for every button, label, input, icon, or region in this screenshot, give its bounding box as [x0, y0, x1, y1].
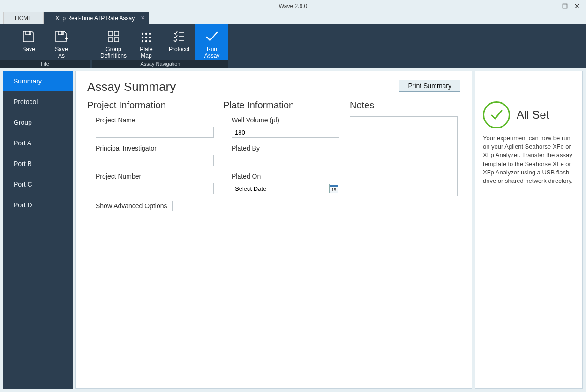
all-set-title: All Set [517, 108, 549, 121]
ribbon-spacer [231, 24, 586, 68]
group-definitions-button[interactable]: Group Definitions [97, 24, 130, 60]
titlebar: Wave 2.6.0 [0, 0, 586, 12]
all-set-check-icon [483, 101, 510, 128]
all-set-body: Your experiment can now be run on your A… [483, 134, 575, 185]
run-assay-label2: Assay [204, 53, 220, 60]
plated-on-label: Plated On [232, 173, 340, 180]
window-title: Wave 2.6.0 [0, 3, 586, 9]
page-title: Assay Summary [87, 80, 176, 94]
ribbon: Save Save As File [0, 24, 586, 68]
minimize-button[interactable] [549, 2, 556, 10]
sidebar-item-port-b[interactable]: Port B [3, 153, 73, 174]
sidebar-item-protocol[interactable]: Protocol [3, 91, 73, 112]
plated-on-input[interactable] [232, 183, 339, 194]
sidebar: Summary Protocol Group Port A Port B Por… [3, 71, 73, 389]
plated-by-input[interactable] [232, 155, 339, 166]
plate-map-button[interactable]: Plate Map [130, 24, 163, 60]
notes-section: Notes [350, 100, 460, 211]
print-summary-button[interactable]: Print Summary [399, 80, 460, 92]
tab-assay-label: XFp Real-Time ATP Rate Assay [55, 15, 135, 22]
pi-input[interactable] [96, 155, 214, 166]
calendar-icon[interactable]: 15 [329, 184, 338, 193]
svg-point-18 [149, 40, 151, 42]
protocol-button[interactable]: Protocol [163, 24, 195, 60]
close-button[interactable] [573, 2, 581, 10]
svg-point-14 [145, 37, 147, 38]
sidebar-item-label: Protocol [14, 98, 38, 106]
notes-textarea[interactable] [350, 116, 458, 196]
info-panel: All Set Your experiment can now be run o… [475, 71, 583, 389]
plate-info-title: Plate Information [223, 100, 340, 111]
svg-rect-6 [108, 31, 113, 36]
sidebar-item-label: Port A [14, 139, 31, 147]
save-label: Save [22, 46, 35, 53]
plate-info-section: Plate Information Well Volume (µl) Plate… [223, 100, 340, 211]
ribbon-group-nav: Group Definitions Plate Map [92, 24, 228, 68]
pi-label: Principal Investigator [96, 144, 214, 152]
svg-point-16 [142, 40, 143, 42]
sidebar-item-label: Port D [14, 201, 32, 209]
tab-assay[interactable]: XFp Real-Time ATP Rate Assay ✕ [44, 12, 149, 24]
svg-point-13 [142, 37, 143, 38]
svg-point-11 [145, 33, 147, 35]
calendar-day: 15 [331, 187, 336, 193]
sidebar-item-port-c[interactable]: Port C [3, 174, 73, 195]
plate-map-icon [140, 29, 153, 45]
run-assay-label1: Run [207, 46, 217, 53]
svg-rect-1 [563, 4, 567, 8]
advanced-options-checkbox[interactable] [172, 201, 182, 211]
ribbon-separator-2 [228, 24, 231, 68]
checkmark-icon [205, 29, 219, 45]
body-area: Summary Protocol Group Port A Port B Por… [0, 68, 586, 392]
svg-point-10 [142, 33, 143, 35]
group-definitions-icon [107, 29, 120, 45]
sidebar-item-summary[interactable]: Summary [3, 71, 73, 91]
group-defs-label2: Definitions [100, 53, 127, 60]
save-icon [22, 29, 35, 45]
save-as-icon [54, 29, 68, 45]
plate-map-label1: Plate [140, 46, 152, 53]
protocol-label: Protocol [169, 46, 189, 53]
tab-home-label: HOME [15, 15, 32, 22]
save-as-label2: As [58, 53, 65, 60]
svg-point-12 [149, 33, 151, 35]
plate-map-label2: Map [141, 53, 151, 60]
notes-title: Notes [350, 100, 460, 111]
maximize-button[interactable] [561, 2, 569, 10]
ribbon-group-file: Save Save As File [0, 24, 90, 68]
sidebar-item-label: Summary [14, 77, 42, 85]
run-assay-button[interactable]: Run Assay [195, 24, 228, 60]
svg-point-17 [145, 40, 147, 42]
group-defs-label1: Group [105, 46, 121, 53]
project-info-title: Project Information [87, 100, 214, 111]
well-volume-label: Well Volume (µl) [232, 116, 340, 124]
sidebar-item-label: Group [14, 119, 32, 126]
svg-rect-8 [108, 38, 113, 42]
save-as-button[interactable]: Save As [45, 24, 78, 60]
sidebar-item-label: Port C [14, 181, 32, 188]
svg-rect-9 [114, 38, 119, 42]
sidebar-item-group[interactable]: Group [3, 112, 73, 133]
main-panel: Assay Summary Print Summary Project Info… [75, 71, 472, 389]
app-window: Wave 2.6.0 HOME XFp Real-Time ATP Rate A… [0, 0, 586, 392]
sidebar-item-label: Port B [14, 160, 32, 167]
save-as-label1: Save [55, 46, 68, 53]
project-number-input[interactable] [96, 183, 214, 194]
tab-close-icon[interactable]: ✕ [141, 15, 145, 21]
window-controls [549, 2, 586, 10]
sidebar-item-port-d[interactable]: Port D [3, 195, 73, 215]
save-button[interactable]: Save [12, 24, 45, 60]
project-number-label: Project Number [96, 173, 214, 180]
svg-rect-7 [114, 31, 119, 36]
document-tabstrip: HOME XFp Real-Time ATP Rate Assay ✕ [0, 12, 586, 24]
project-name-input[interactable] [96, 127, 214, 138]
well-volume-input[interactable] [232, 127, 339, 138]
ribbon-group-nav-label: Assay Navigation [92, 60, 228, 68]
tab-home[interactable]: HOME [3, 12, 44, 24]
project-name-label: Project Name [96, 116, 214, 124]
project-info-section: Project Information Project Name Princip… [87, 100, 214, 211]
advanced-options-label: Show Advanced Options [96, 202, 167, 210]
plated-by-label: Plated By [232, 144, 340, 152]
ribbon-group-file-label: File [0, 60, 90, 68]
sidebar-item-port-a[interactable]: Port A [3, 133, 73, 153]
